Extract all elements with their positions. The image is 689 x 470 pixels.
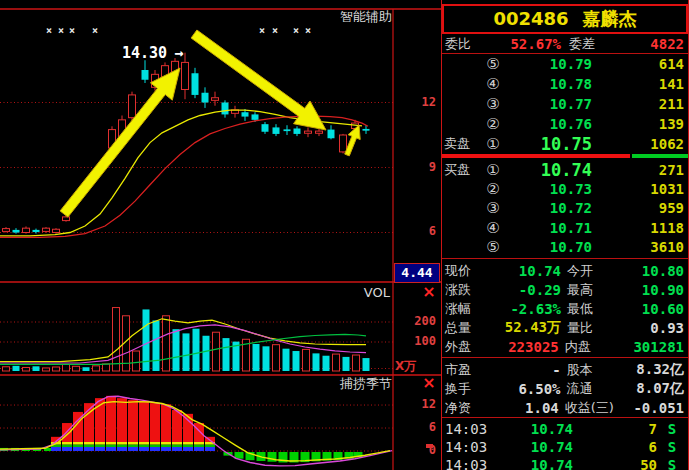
level-volume: 271 bbox=[592, 162, 688, 178]
stat-value: 8.07亿 bbox=[636, 380, 688, 398]
level-price: 10.76 bbox=[508, 116, 592, 132]
tick-side: S bbox=[657, 421, 687, 437]
quote-panel: 002486嘉麟杰 委比 52.67% 委差 4822 ⑤10.79614④10… bbox=[441, 0, 689, 470]
quote-stat-row: 现价10.74今开10.80 bbox=[442, 261, 688, 280]
level-volume: 141 bbox=[592, 76, 688, 92]
level-volume: 1062 bbox=[592, 136, 688, 152]
big-down-arrow bbox=[191, 30, 326, 130]
stat-label: 市盈 bbox=[442, 361, 487, 379]
main-ytick-6: 6 bbox=[408, 225, 436, 238]
level-volume: 139 bbox=[592, 116, 688, 132]
level-volume: 211 bbox=[592, 96, 688, 112]
vol-unit-label: X万 bbox=[395, 358, 416, 375]
signal-x-mark: × bbox=[46, 26, 52, 36]
axis-price-tag: 4.44 bbox=[394, 263, 440, 283]
stat-label: 最低 bbox=[567, 300, 637, 318]
stat-value: -0.051 bbox=[633, 400, 688, 416]
level-number: ① bbox=[478, 161, 508, 179]
separator bbox=[442, 357, 688, 358]
stock-app-screen: 智能辅助 14.30→ ×××××××× 12 9 6 4.44 VOL × 2… bbox=[0, 0, 689, 470]
sell-ratio-segment bbox=[442, 154, 630, 158]
level-price: 10.73 bbox=[508, 181, 592, 197]
level-volume: 1031 bbox=[592, 181, 688, 197]
separator bbox=[442, 258, 688, 259]
order-side-label: 买盘 bbox=[442, 161, 478, 179]
fundamental-stat-row: 净资1.04收益(三)-0.051 bbox=[442, 398, 688, 417]
vol-pane-title: VOL bbox=[330, 286, 390, 300]
trade-tick-row: 14:0310.746S bbox=[442, 438, 688, 456]
small-up-arrow bbox=[345, 125, 361, 156]
tick-side: S bbox=[657, 457, 687, 470]
stock-code: 002486 bbox=[493, 8, 568, 29]
fundamental-stat-row: 换手6.50%流通8.07亿 bbox=[442, 379, 688, 398]
separator bbox=[442, 417, 688, 418]
signal-x-mark: × bbox=[293, 26, 299, 36]
stat-value: 10.80 bbox=[637, 263, 688, 279]
quote-stat-row: 涨跌-0.29最高10.90 bbox=[442, 280, 688, 299]
stat-value: 223025 bbox=[486, 339, 559, 355]
level-price: 10.77 bbox=[508, 96, 592, 112]
stat-value: -2.63% bbox=[487, 301, 561, 317]
commission-diff-label: 委差 bbox=[569, 35, 615, 53]
level-price: 10.78 bbox=[508, 76, 592, 92]
fundamental-stat-row: 市盈-股本8.32亿 bbox=[442, 360, 688, 379]
sell-level-row-4[interactable]: ④10.78141 bbox=[442, 74, 688, 94]
close-vol-pane-icon[interactable]: × bbox=[421, 285, 437, 299]
stat-label: 涨幅 bbox=[442, 300, 487, 318]
sell-level-row-3[interactable]: ③10.77211 bbox=[442, 94, 688, 114]
stat-label: 最高 bbox=[567, 281, 637, 299]
buy-level-row-2[interactable]: ②10.731031 bbox=[442, 179, 688, 199]
stat-label: 总量 bbox=[442, 319, 487, 337]
buy-level-row-1[interactable]: 买盘①10.74271 bbox=[442, 160, 688, 180]
level-number: ② bbox=[478, 115, 508, 133]
level-volume: 959 bbox=[592, 200, 688, 216]
signal-x-mark: × bbox=[272, 26, 278, 36]
stat-value: 10.60 bbox=[637, 301, 688, 317]
stat-label: 今开 bbox=[567, 262, 637, 280]
level-number: ④ bbox=[478, 75, 508, 93]
buy-level-row-3[interactable]: ③10.72959 bbox=[442, 198, 688, 218]
stat-label: 股本 bbox=[567, 361, 637, 379]
level-volume: 614 bbox=[592, 56, 688, 72]
buy-level-row-5[interactable]: ⑤10.703610 bbox=[442, 237, 688, 257]
order-side-label: 卖盘 bbox=[442, 135, 478, 153]
quote-stat-row: 外盘223025内盘301281 bbox=[442, 337, 688, 356]
tick-price: 10.74 bbox=[491, 457, 573, 470]
stat-value: 301281 bbox=[633, 339, 688, 355]
vol-ytick-100: 100 bbox=[408, 335, 436, 348]
tick-price: 10.74 bbox=[491, 421, 573, 437]
close-indicator-pane-icon[interactable]: × bbox=[421, 376, 437, 390]
stock-name: 嘉麟杰 bbox=[583, 8, 637, 29]
ind-ytick-12: 12 bbox=[408, 398, 436, 411]
stock-title: 002486嘉麟杰 bbox=[442, 4, 688, 34]
buy-ratio-segment bbox=[632, 154, 688, 158]
commission-diff-value: 4822 bbox=[615, 36, 688, 52]
stat-value: 52.43万 bbox=[487, 319, 561, 337]
level-price: 10.74 bbox=[508, 160, 592, 180]
tick-volume: 7 bbox=[573, 421, 657, 437]
indicator-pane-title: 捕捞季节 bbox=[318, 377, 392, 391]
level-number: ④ bbox=[478, 219, 508, 237]
stat-label: 内盘 bbox=[565, 338, 634, 356]
level-number: ② bbox=[478, 180, 508, 198]
stat-value: 10.90 bbox=[637, 282, 688, 298]
sell-level-row-1[interactable]: 卖盘①10.751062 bbox=[442, 134, 688, 154]
main-ytick-12: 12 bbox=[408, 96, 436, 109]
buy-sell-ratio-bar bbox=[442, 154, 688, 158]
stat-value: 1.04 bbox=[486, 400, 559, 416]
sell-level-row-2[interactable]: ②10.76139 bbox=[442, 114, 688, 134]
signal-x-mark: × bbox=[58, 26, 64, 36]
stat-label: 换手 bbox=[442, 380, 487, 398]
commission-row: 委比 52.67% 委差 4822 bbox=[442, 35, 688, 53]
tick-volume: 50 bbox=[573, 457, 657, 470]
annotation-arrow-icon: → bbox=[174, 44, 183, 62]
stat-label: 流通 bbox=[567, 380, 637, 398]
tool-title: 智能辅助 bbox=[300, 10, 392, 24]
commission-ratio-value: 52.67% bbox=[485, 36, 561, 52]
quote-stat-row: 总量52.43万量比0.93 bbox=[442, 318, 688, 337]
sell-level-row-5[interactable]: ⑤10.79614 bbox=[442, 54, 688, 74]
buy-level-row-4[interactable]: ④10.711118 bbox=[442, 218, 688, 238]
signal-x-mark: × bbox=[69, 26, 75, 36]
chart-canvas[interactable] bbox=[0, 0, 441, 470]
quote-stat-row: 涨幅-2.63%最低10.60 bbox=[442, 299, 688, 318]
